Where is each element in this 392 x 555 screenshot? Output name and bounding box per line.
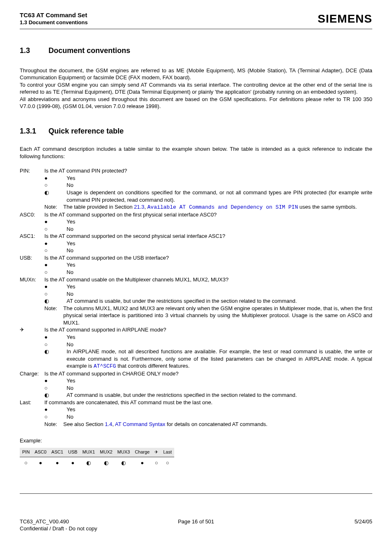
footer-divider: [20, 493, 372, 494]
th-asc1: ASC1: [49, 448, 66, 457]
link-at-scfg[interactable]: AT^SCFG: [94, 363, 116, 369]
cell-mux3: ◐: [115, 457, 133, 469]
def-yes: Yes: [67, 283, 372, 290]
cell-mux2: ◐: [97, 457, 115, 469]
example-table: PIN ASC0 ASC1 USB MUX1 MUX2 MUX3 Charge …: [20, 447, 174, 469]
def-partial: AT command is usable, but under the rest…: [67, 297, 372, 305]
doc-subtitle: 1.3 Document conventions: [20, 19, 88, 26]
airplane-icon: ✈: [20, 326, 44, 334]
filled-circle-icon: ●: [44, 334, 67, 341]
filled-circle-icon: ●: [44, 218, 67, 226]
section-title: Quick reference table: [48, 127, 124, 136]
def-asc0: ASC0: Is the AT command supported on the…: [20, 211, 372, 233]
def-pin: PIN: Is the AT command PIN protected? ●Y…: [20, 167, 372, 211]
def-question: If commands are concatenated, this AT co…: [44, 399, 372, 406]
cell-mux1: ◐: [80, 457, 97, 469]
half-circle-icon: ◐: [44, 391, 67, 399]
note-label: Note:: [44, 203, 63, 211]
def-airplane: ✈ Is the AT command supported in AIRPLAN…: [20, 326, 372, 370]
def-partial: AT command is usable, but under the rest…: [67, 391, 372, 399]
note-label: Note:: [44, 421, 63, 428]
section-1-3-1-heading: 1.3.1 Quick reference table: [20, 127, 372, 136]
cell-charge: ●: [132, 457, 152, 469]
definitions-list: PIN: Is the AT command PIN protected? ●Y…: [20, 167, 372, 428]
th-charge: Charge: [132, 448, 152, 457]
empty-circle-icon: ○: [44, 226, 67, 233]
def-label: PIN:: [20, 167, 44, 175]
table-header-row: PIN ASC0 ASC1 USB MUX1 MUX2 MUX3 Charge …: [20, 448, 174, 457]
def-usb: USB: Is the AT command supported on the …: [20, 254, 372, 276]
cell-last: ○: [161, 457, 174, 469]
def-question: Is the AT command supported in AIRPLANE …: [44, 326, 372, 334]
th-mux1: MUX1: [80, 448, 97, 457]
def-partial: Usage is dependent on conditions specifi…: [67, 189, 372, 203]
def-label: Charge:: [20, 370, 44, 378]
empty-circle-icon: ○: [44, 290, 67, 298]
empty-circle-icon: ○: [44, 341, 67, 348]
def-question: Is the AT command supported in CHARGE ON…: [44, 370, 372, 378]
th-pin: PIN: [20, 448, 32, 457]
filled-circle-icon: ●: [44, 377, 67, 385]
def-label: ASC1:: [20, 233, 44, 240]
footer-confidential: Confidential / Draft - Do not copy: [20, 525, 137, 532]
cell-pin: ○: [20, 457, 32, 469]
empty-circle-icon: ○: [44, 413, 67, 421]
def-no: No: [67, 290, 372, 298]
header-left: TC63 AT Command Set 1.3 Document convent…: [20, 12, 88, 26]
section-number: 1.3: [20, 46, 48, 55]
doc-title: TC63 AT Command Set: [20, 12, 88, 19]
table-row: ○ ● ● ● ◐ ◐ ◐ ● ○ ○: [20, 457, 174, 469]
def-yes: Yes: [67, 377, 372, 385]
def-no: No: [67, 226, 372, 233]
def-note: See also Section 1.4, AT Command Syntax …: [63, 421, 372, 428]
def-partial: In AIRPLANE mode, not all described func…: [67, 348, 372, 370]
half-circle-icon: ◐: [44, 189, 67, 196]
filled-circle-icon: ●: [44, 240, 67, 247]
header-divider: [20, 28, 372, 30]
example-label: Example:: [20, 438, 372, 444]
def-note: The table provided in Section 21.3, Avai…: [63, 203, 372, 211]
th-last: Last: [161, 448, 174, 457]
cell-asc1: ●: [49, 457, 66, 469]
section-number: 1.3.1: [20, 127, 48, 136]
page-header: TC63 AT Command Set 1.3 Document convent…: [20, 12, 372, 26]
def-question: Is the AT command usable on the Multiple…: [44, 276, 372, 283]
empty-circle-icon: ○: [44, 247, 67, 254]
def-question: Is the AT command supported on the USB i…: [44, 254, 372, 262]
def-yes: Yes: [67, 334, 372, 341]
def-charge: Charge: Is the AT command supported in C…: [20, 370, 372, 399]
link-available-at-commands[interactable]: Available AT Commands and Dependency on …: [148, 204, 298, 210]
def-mux: MUXn: Is the AT command usable on the Mu…: [20, 276, 372, 327]
filled-circle-icon: ●: [44, 406, 67, 413]
section-1-3-body: Throughout the document, the GSM engines…: [20, 67, 372, 110]
half-circle-icon: ◐: [44, 348, 67, 355]
def-no: No: [67, 269, 372, 276]
section-title: Document conventions: [48, 46, 130, 55]
section-1-3-heading: 1.3 Document conventions: [20, 46, 372, 55]
footer-date: 5/24/05: [255, 518, 372, 532]
link-at-command-syntax[interactable]: AT Command Syntax: [115, 421, 165, 427]
def-question: Is the AT command PIN protected?: [44, 167, 372, 175]
page-footer: TC63_ATC_V00.490 Confidential / Draft - …: [20, 518, 372, 532]
def-yes: Yes: [67, 175, 372, 182]
siemens-logo: SIEMENS: [318, 12, 372, 26]
def-no: No: [67, 341, 372, 348]
def-label: ASC0:: [20, 211, 44, 219]
def-yes: Yes: [67, 240, 372, 247]
link-section-1-4[interactable]: 1.4: [105, 421, 112, 427]
filled-circle-icon: ●: [44, 175, 67, 182]
def-label: Last:: [20, 399, 44, 406]
th-mux3: MUX3: [115, 448, 133, 457]
def-label: MUXn:: [20, 276, 44, 283]
def-yes: Yes: [67, 218, 372, 226]
th-usb: USB: [66, 448, 80, 457]
empty-circle-icon: ○: [44, 385, 67, 392]
link-section-21-3[interactable]: 21.3: [134, 204, 144, 210]
footer-page: Page 16 of 501: [137, 518, 255, 532]
def-note: The columns MUX1, MUX2 and MUX3 are rele…: [63, 305, 372, 327]
note-label: Note:: [44, 305, 63, 312]
empty-circle-icon: ○: [44, 182, 67, 189]
half-circle-icon: ◐: [44, 297, 67, 305]
def-last: Last: If commands are concatenated, this…: [20, 399, 372, 428]
cell-usb: ●: [66, 457, 80, 469]
